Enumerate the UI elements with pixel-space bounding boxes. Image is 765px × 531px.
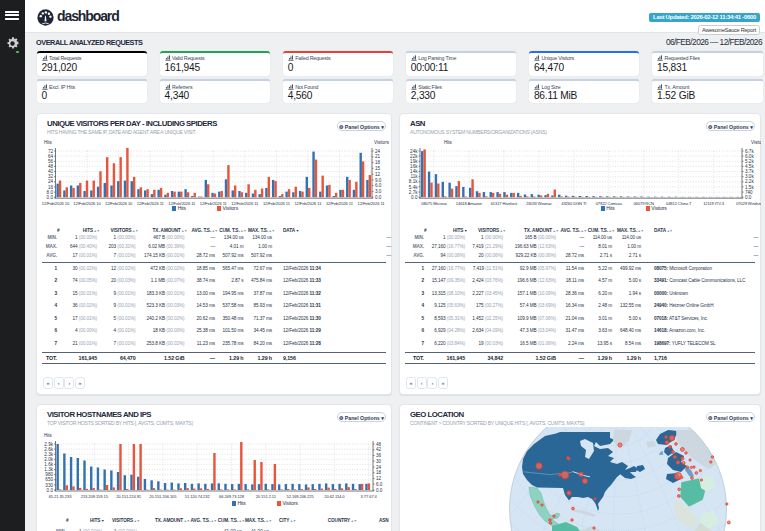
svg-text:12: 12: [376, 476, 382, 481]
svg-text:3.77.67.4: 3.77.67.4: [361, 494, 378, 499]
svg-text:2.2k: 2.2k: [745, 179, 754, 184]
svg-text:Hits: Hits: [444, 140, 453, 145]
svg-text:12/Feb/2026 11: 12/Feb/2026 11: [326, 201, 354, 206]
svg-text:12: 12: [375, 172, 381, 177]
svg-text:650: 650: [45, 477, 53, 482]
svg-text:3.7k: 3.7k: [745, 169, 754, 174]
svg-text:24k: 24k: [410, 149, 418, 154]
svg-text:24: 24: [48, 179, 54, 184]
svg-text:6.0: 6.0: [375, 183, 382, 188]
svg-text:11k: 11k: [410, 174, 418, 179]
svg-text:72: 72: [48, 149, 54, 154]
svg-text:1.5k: 1.5k: [745, 185, 754, 190]
svg-text:2.3k: 2.3k: [44, 452, 53, 457]
svg-text:Visitors: Visitors: [374, 140, 390, 145]
svg-text:3.0k: 3.0k: [745, 174, 754, 179]
svg-text:21: 21: [375, 154, 381, 159]
svg-text:43260 DGN TI: 43260 DGN TI: [561, 201, 586, 206]
svg-text:48: 48: [48, 164, 54, 169]
svg-text:42: 42: [376, 447, 382, 452]
svg-text:213.209.159.15: 213.209.159.15: [81, 494, 109, 499]
svg-text:1.3k: 1.3k: [44, 467, 53, 472]
svg-text:08075 Microso: 08075 Microso: [421, 201, 447, 206]
svg-text:5.4k: 5.4k: [409, 185, 418, 190]
svg-text:980: 980: [45, 472, 53, 477]
svg-text:2.6k: 2.6k: [44, 447, 53, 452]
svg-text:64: 64: [48, 154, 54, 159]
svg-text:48: 48: [376, 442, 382, 447]
svg-text:6.0k: 6.0k: [745, 154, 754, 159]
svg-text:16: 16: [48, 185, 54, 190]
svg-text:12/Feb/2026 11: 12/Feb/2026 11: [358, 201, 386, 206]
svg-text:20.151.206.105: 20.151.206.105: [149, 494, 177, 499]
svg-text:15: 15: [375, 166, 381, 171]
svg-text:12/Feb/2026 10: 12/Feb/2026 10: [73, 201, 101, 206]
svg-text:330: 330: [45, 483, 53, 488]
svg-text:2.0k: 2.0k: [44, 457, 53, 462]
svg-text:8.0: 8.0: [47, 190, 54, 195]
svg-text:6.7k: 6.7k: [745, 149, 754, 154]
svg-text:51.120.74.232: 51.120.74.232: [185, 494, 211, 499]
svg-text:32: 32: [48, 174, 54, 179]
svg-text:52.169.206.225: 52.169.206.225: [287, 494, 315, 499]
svg-text:0.0: 0.0: [745, 195, 752, 200]
svg-text:Hits: Hits: [44, 140, 53, 145]
svg-text:12/Feb/2026 10: 12/Feb/2026 10: [105, 201, 133, 206]
svg-text:61317 Hivelocit: 61317 Hivelocit: [491, 201, 518, 206]
svg-text:6.0: 6.0: [376, 482, 383, 487]
svg-text:12/Feb/2026 10: 12/Feb/2026 10: [42, 201, 70, 206]
svg-text:5.2k: 5.2k: [745, 159, 754, 164]
svg-text:2.9k: 2.9k: [44, 442, 53, 447]
svg-text:18: 18: [376, 470, 382, 475]
svg-text:14618 Amazon: 14618 Amazon: [456, 201, 483, 206]
svg-text:Visitors: Visitors: [751, 140, 761, 145]
svg-text:65.21.35.233: 65.21.35.233: [49, 494, 73, 499]
svg-text:12/Feb/2026 11: 12/Feb/2026 11: [294, 201, 322, 206]
svg-text:0.0: 0.0: [47, 195, 54, 200]
svg-text:66.249.73.128: 66.249.73.128: [219, 494, 245, 499]
svg-text:30: 30: [376, 459, 382, 464]
svg-text:07029 Windstr: 07029 Windstr: [736, 201, 761, 206]
svg-text:56: 56: [48, 159, 54, 164]
svg-text:24: 24: [375, 149, 381, 154]
svg-text:0.0: 0.0: [375, 195, 382, 200]
svg-text:1.6k: 1.6k: [44, 462, 53, 467]
svg-text:0.0: 0.0: [411, 195, 418, 200]
svg-text:740: 740: [745, 190, 753, 195]
svg-text:8.1k: 8.1k: [409, 179, 418, 184]
svg-text:18: 18: [375, 160, 381, 165]
svg-text:3.0: 3.0: [375, 189, 382, 194]
svg-text:23033 Wowrac: 23033 Wowrac: [526, 201, 552, 206]
svg-text:Hits: Hits: [44, 433, 53, 438]
svg-text:20.151.2.11: 20.151.2.11: [256, 494, 277, 499]
svg-text:36: 36: [376, 453, 382, 458]
svg-text:4.5k: 4.5k: [745, 164, 754, 169]
svg-text:20.62.114.0: 20.62.114.0: [324, 494, 345, 499]
svg-text:0.0: 0.0: [376, 488, 383, 493]
svg-text:2.7k: 2.7k: [409, 190, 418, 195]
svg-text:16k: 16k: [410, 164, 418, 169]
svg-text:12/Feb/2026 11: 12/Feb/2026 11: [137, 201, 165, 206]
svg-text:24: 24: [376, 465, 382, 470]
svg-text:20.151.224.91: 20.151.224.91: [116, 494, 142, 499]
svg-text:0.0: 0.0: [47, 488, 54, 493]
svg-text:14k: 14k: [410, 169, 418, 174]
svg-text:22k: 22k: [410, 154, 418, 159]
svg-text:40: 40: [48, 169, 54, 174]
svg-text:19k: 19k: [410, 159, 418, 164]
svg-text:9.0: 9.0: [375, 178, 382, 183]
